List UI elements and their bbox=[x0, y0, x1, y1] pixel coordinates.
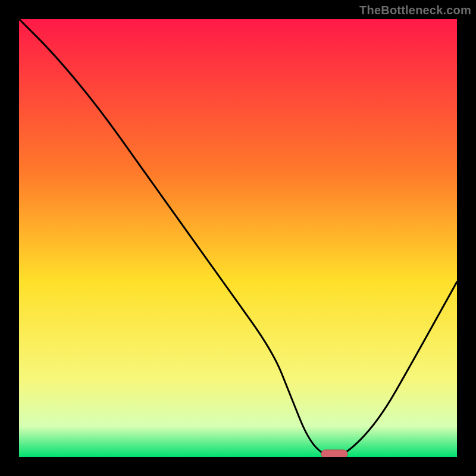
attribution-label: TheBottleneck.com bbox=[359, 4, 471, 17]
chart-plot-area bbox=[19, 19, 457, 457]
optimal-marker bbox=[321, 450, 347, 457]
frame: TheBottleneck.com bbox=[0, 0, 476, 476]
chart-svg bbox=[19, 19, 457, 457]
gradient-background bbox=[19, 19, 457, 457]
